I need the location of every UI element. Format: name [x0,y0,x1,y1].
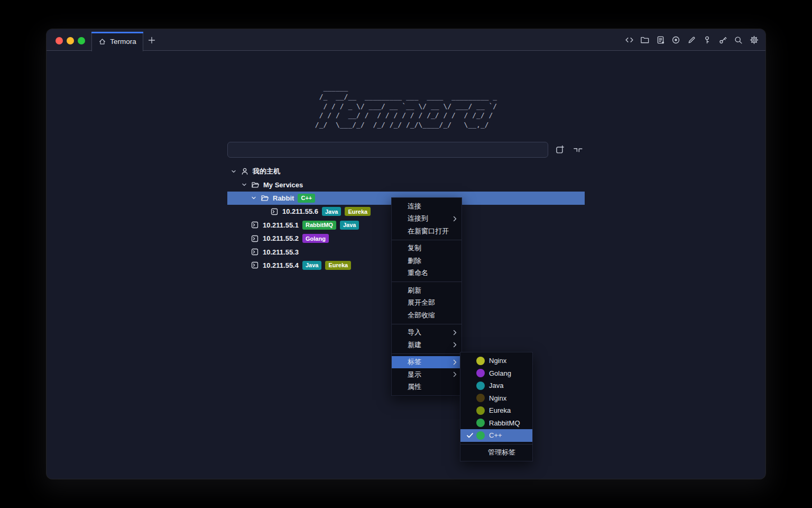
chevron-right-icon [453,371,457,377]
menu-item-label: 在新窗口打开 [408,226,449,236]
tag-badge: C++ [298,194,315,203]
menu-item-manage-tags[interactable]: 管理标签 [460,447,532,459]
menu-item-label: 重命名 [408,268,428,278]
tag-badge: RabbitMQ [302,221,336,230]
chevron-right-icon [453,342,457,348]
add-host-button[interactable] [553,143,566,157]
edit-icon[interactable] [687,35,696,45]
settings-icon[interactable] [749,35,759,45]
tag-menu-label: Eureka [489,406,511,414]
branch-icon[interactable] [718,35,727,45]
chevron-down-icon[interactable] [229,168,238,175]
tag-badge: Eureka [325,261,351,270]
new-tab-button[interactable] [147,35,156,45]
tag-menu-item-nginx-2[interactable]: Nginx [460,392,532,405]
menu-item-copy[interactable]: 复制 [392,242,462,255]
search-icon[interactable] [734,35,743,45]
menu-item-connect-to[interactable]: 连接到 [392,213,462,225]
menu-item-refresh[interactable]: 刷新 [392,284,462,297]
menu-item-label: 导入 [408,328,421,337]
tag-badge: Java [302,261,321,270]
titlebar: Termora [47,29,765,51]
ascii-logo: ______ /_ __/__ _________ ___ ____ _____… [47,83,765,129]
menu-item-tags[interactable]: 标签 [392,356,462,369]
menu-item-open-in-new-window[interactable]: 在新窗口打开 [392,225,462,238]
tree-item-label: 我的主机 [253,167,280,176]
minimize-window-button[interactable] [67,37,74,44]
menu-item-label: 新建 [408,340,421,350]
tag-menu-label: Nginx [489,357,506,365]
menu-item-label: 连接 [408,202,421,211]
user-icon [240,167,250,176]
tag-menu-label: RabbitMQ [489,419,520,427]
menu-item-label: 全部收缩 [408,311,435,320]
terminal-icon [250,261,260,269]
tab-title: Termora [110,38,136,46]
tag-badge: Java [340,221,359,230]
chevron-right-icon [453,330,457,335]
active-tab-indicator [91,32,143,33]
tab-termora[interactable]: Termora [91,32,143,51]
terminal-icon [250,221,260,229]
quick-connect-input[interactable] [227,142,548,158]
log-icon[interactable] [656,35,665,45]
tag-menu-label: Nginx [489,394,506,402]
tree-item-label: 10.211.55.4 [263,261,299,269]
tag-color-dot [476,394,485,402]
menu-item-properties[interactable]: 属性 [392,381,462,394]
tree-item-label: 10.211.55.6 [282,207,318,215]
context-menu: 连接 连接到 在新窗口打开 复制 删除 重命名 刷新 展开全部 全部收缩 导入 … [391,197,462,396]
ascii-logo-text: ______ /_ __/__ _________ ___ ____ _____… [315,83,497,129]
menu-item-connect[interactable]: 连接 [392,200,462,213]
menu-item-label: 刷新 [408,286,421,295]
code-icon[interactable] [624,35,634,45]
close-window-button[interactable] [56,37,63,44]
menu-item-import[interactable]: 导入 [392,326,462,339]
chevron-right-icon [453,359,457,365]
tag-color-dot [476,419,485,427]
menu-item-label: 展开全部 [408,298,435,307]
tag-menu-label: Golang [489,369,511,377]
chevron-down-icon[interactable] [250,194,258,202]
tag-menu-item-java[interactable]: Java [460,379,532,392]
tree-row-my-hosts[interactable]: 我的主机 [227,165,585,178]
tag-menu-item-eureka[interactable]: Eureka [460,404,532,417]
tree-row-my-services[interactable]: My Services [227,178,585,191]
menu-item-collapse-all[interactable]: 全部收缩 [392,309,462,322]
traffic-lights [56,37,85,44]
tag-menu-item-nginx[interactable]: Nginx [460,355,532,367]
home-icon [98,38,106,46]
tag-menu-item-rabbitmq[interactable]: RabbitMQ [460,417,532,430]
menu-item-label: 复制 [408,243,421,253]
folder-icon[interactable] [640,35,650,45]
menu-item-rename[interactable]: 重命名 [392,267,462,280]
menu-separator [392,353,462,354]
tag-badge: Golang [302,234,329,243]
menu-item-label: 显示 [408,370,421,379]
layout-toggle-button[interactable] [571,143,584,157]
chevron-down-icon[interactable] [240,181,248,188]
menu-item-expand-all[interactable]: 展开全部 [392,297,462,310]
menu-item-label: 连接到 [408,214,428,223]
folder-open-icon [260,194,270,202]
menu-item-delete[interactable]: 删除 [392,255,462,267]
record-icon[interactable] [671,35,681,45]
menu-item-display[interactable]: 显示 [392,368,462,381]
tag-menu-item-golang[interactable]: Golang [460,367,532,380]
tag-menu-label: 管理标签 [488,448,515,457]
tag-menu-item-cpp[interactable]: C++ [460,429,532,442]
zoom-window-button[interactable] [78,37,85,44]
menu-separator [392,324,462,324]
menu-item-new[interactable]: 新建 [392,339,462,351]
tag-badge: Eureka [345,207,371,216]
terminal-icon [270,207,279,216]
menu-separator [392,240,462,240]
quick-connect-row [227,142,585,158]
menu-item-label: 属性 [408,382,421,392]
tag-menu-label: C++ [489,431,502,439]
menu-item-label: 标签 [408,357,421,367]
key-icon[interactable] [703,35,712,45]
tree-item-label: Rabbit [273,194,294,202]
tag-color-dot [476,369,485,377]
titlebar-toolbar [624,29,759,51]
